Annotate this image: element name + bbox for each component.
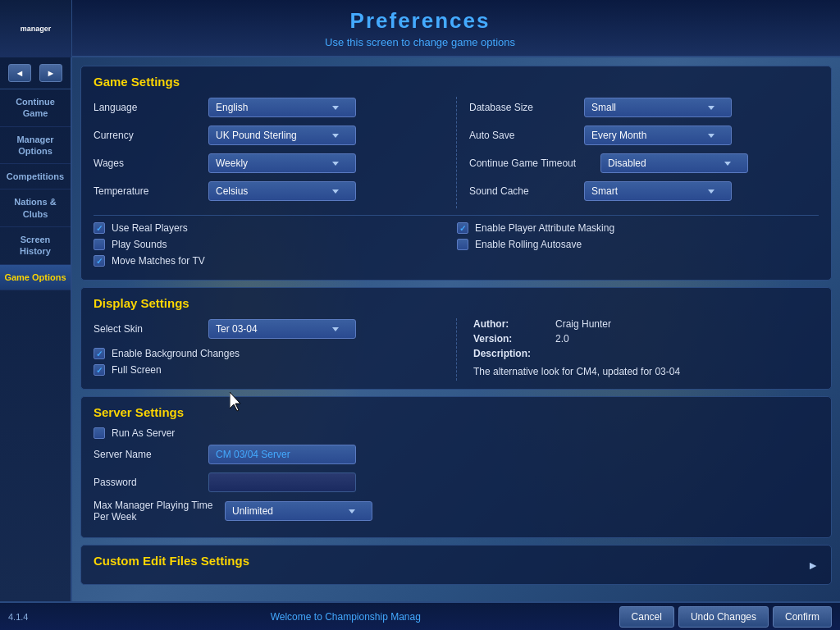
logo-area: manager xyxy=(0,0,72,57)
skin-dropdown[interactable]: Ter 03-04 xyxy=(208,319,356,339)
language-dropdown[interactable]: English xyxy=(208,98,356,117)
enable-bg-changes-checkbox[interactable] xyxy=(94,348,105,359)
database-size-dropdown[interactable]: Small xyxy=(584,98,732,117)
undo-changes-button[interactable]: Undo Changes xyxy=(678,606,769,628)
skin-description-value: The alternative look for CM4, updated fo… xyxy=(473,366,819,377)
game-settings-left-col: Language English Currency UK Pound Sterl… xyxy=(94,97,456,208)
move-matches-checkbox[interactable] xyxy=(94,255,105,267)
full-screen-checkbox[interactable] xyxy=(94,364,105,376)
custom-edit-title: Custom Edit Files Settings xyxy=(94,554,249,568)
play-sounds-row: Play Sounds xyxy=(94,239,455,250)
continue-timeout-label: Continue Game Timeout xyxy=(469,158,600,169)
player-attr-masking-checkbox[interactable] xyxy=(457,222,468,234)
password-input[interactable] xyxy=(208,472,356,492)
continue-timeout-dropdown[interactable]: Disabled xyxy=(600,153,748,173)
sidebar-item-manager-options[interactable]: Manager Options xyxy=(0,127,71,165)
max-time-label: Max Manager Playing Time Per Week xyxy=(94,500,225,523)
select-skin-label: Select Skin xyxy=(94,323,208,335)
use-real-players-label: Use Real Players xyxy=(112,222,188,234)
game-checkboxes: Use Real Players Play Sounds Move Matche… xyxy=(94,215,819,272)
skin-description-label: Description: xyxy=(473,348,555,359)
enable-bg-changes-row: Enable Background Changes xyxy=(94,348,456,359)
full-screen-label: Full Screen xyxy=(112,364,162,376)
skin-version-label: Version: xyxy=(473,333,555,345)
play-sounds-label: Play Sounds xyxy=(112,239,167,250)
player-attr-masking-row: Enable Player Attribute Masking xyxy=(457,222,819,234)
enable-bg-changes-label: Enable Background Changes xyxy=(112,348,240,359)
custom-edit-section[interactable]: Custom Edit Files Settings ► xyxy=(80,545,832,585)
main-content: Game Settings Language English Currency … xyxy=(72,57,840,601)
temperature-row: Temperature Celsius xyxy=(94,180,444,202)
password-label: Password xyxy=(94,477,208,488)
server-settings-title: Server Settings xyxy=(94,405,819,419)
app-version: 4.1.4 xyxy=(0,612,72,622)
sound-cache-label: Sound Cache xyxy=(469,185,584,197)
language-row: Language English xyxy=(94,97,444,118)
confirm-button[interactable]: Confirm xyxy=(773,606,832,628)
bottom-bar: 4.1.4 Welcome to Championship Manag Canc… xyxy=(0,601,840,630)
sidebar-item-competitions[interactable]: Competitions xyxy=(0,164,71,189)
player-attr-masking-label: Enable Player Attribute Masking xyxy=(475,222,614,234)
nav-left-button[interactable]: ◄ xyxy=(8,64,31,82)
database-size-row: Database Size Small xyxy=(469,97,819,118)
display-left-col: Select Skin Ter 03-04 Enable Background … xyxy=(94,318,456,381)
use-real-players-checkbox[interactable] xyxy=(94,222,105,234)
sidebar-item-nations-clubs[interactable]: Nations & Clubs xyxy=(0,189,71,227)
rolling-autosave-label: Enable Rolling Autosave xyxy=(475,239,582,250)
run-as-server-label: Run As Server xyxy=(112,427,175,439)
move-matches-row: Move Matches for TV xyxy=(94,255,455,267)
display-settings-grid: Select Skin Ter 03-04 Enable Background … xyxy=(94,318,819,381)
play-sounds-checkbox[interactable] xyxy=(94,239,105,250)
checkboxes-right: Enable Player Attribute Masking Enable R… xyxy=(457,222,819,272)
full-screen-row: Full Screen xyxy=(94,364,456,376)
expand-arrow-icon[interactable]: ► xyxy=(807,559,819,572)
auto-save-dropdown[interactable]: Every Month xyxy=(584,126,732,145)
game-settings-section: Game Settings Language English Currency … xyxy=(80,66,832,281)
password-row: Password xyxy=(94,472,819,493)
logo-text: manager xyxy=(21,25,52,33)
skin-version-row: Version: 2.0 xyxy=(473,333,819,345)
skin-description-label-row: Description: xyxy=(473,348,819,359)
dropdown-arrow-icon xyxy=(708,134,714,138)
server-name-label: Server Name xyxy=(94,449,208,460)
sidebar-item-game-options[interactable]: Game Options xyxy=(0,265,71,290)
dropdown-arrow-icon xyxy=(724,162,731,166)
wages-dropdown[interactable]: Weekly xyxy=(208,153,356,173)
max-time-dropdown[interactable]: Unlimited xyxy=(225,501,372,521)
server-settings-section: Server Settings Run As Server Server Nam… xyxy=(80,396,832,538)
dropdown-arrow-icon xyxy=(332,134,339,138)
cancel-button[interactable]: Cancel xyxy=(619,606,674,628)
sidebar-nav: ◄ ► xyxy=(0,57,71,89)
game-settings-title: Game Settings xyxy=(94,75,819,89)
game-settings-right-col: Database Size Small Auto Save Every Mont… xyxy=(456,97,819,208)
dropdown-arrow-icon xyxy=(708,189,714,194)
sidebar-item-continue-game[interactable]: Continue Game xyxy=(0,89,71,127)
server-name-row: Server Name xyxy=(94,444,819,465)
sound-cache-dropdown[interactable]: Smart xyxy=(584,181,732,201)
currency-dropdown[interactable]: UK Pound Sterling xyxy=(208,126,356,145)
sound-cache-row: Sound Cache Smart xyxy=(469,180,819,202)
checkboxes-left: Use Real Players Play Sounds Move Matche… xyxy=(94,222,455,272)
sidebar: ◄ ► Continue Game Manager Options Compet… xyxy=(0,57,72,601)
currency-label: Currency xyxy=(94,130,208,141)
top-bar: Preferences Use this screen to change ga… xyxy=(0,0,840,57)
sidebar-item-screen-history[interactable]: Screen History xyxy=(0,227,71,265)
dropdown-arrow-icon xyxy=(332,189,339,194)
bottom-buttons: Cancel Undo Changes Confirm xyxy=(619,606,840,628)
display-checkboxes: Enable Background Changes Full Screen xyxy=(94,348,456,376)
skin-version-value: 2.0 xyxy=(555,333,569,345)
server-name-input[interactable] xyxy=(208,445,356,464)
skin-author-value: Craig Hunter xyxy=(555,318,611,330)
temperature-dropdown[interactable]: Celsius xyxy=(208,181,356,201)
rolling-autosave-checkbox[interactable] xyxy=(457,239,468,250)
temperature-label: Temperature xyxy=(94,185,208,197)
wages-row: Wages Weekly xyxy=(94,153,444,174)
nav-right-button[interactable]: ► xyxy=(39,64,62,82)
auto-save-row: Auto Save Every Month xyxy=(469,125,819,146)
dropdown-arrow-icon xyxy=(332,327,339,331)
rolling-autosave-row: Enable Rolling Autosave xyxy=(457,239,819,250)
auto-save-label: Auto Save xyxy=(469,130,584,141)
run-as-server-checkbox[interactable] xyxy=(94,427,105,439)
run-as-server-row: Run As Server xyxy=(94,427,819,439)
dropdown-arrow-icon xyxy=(332,106,339,110)
